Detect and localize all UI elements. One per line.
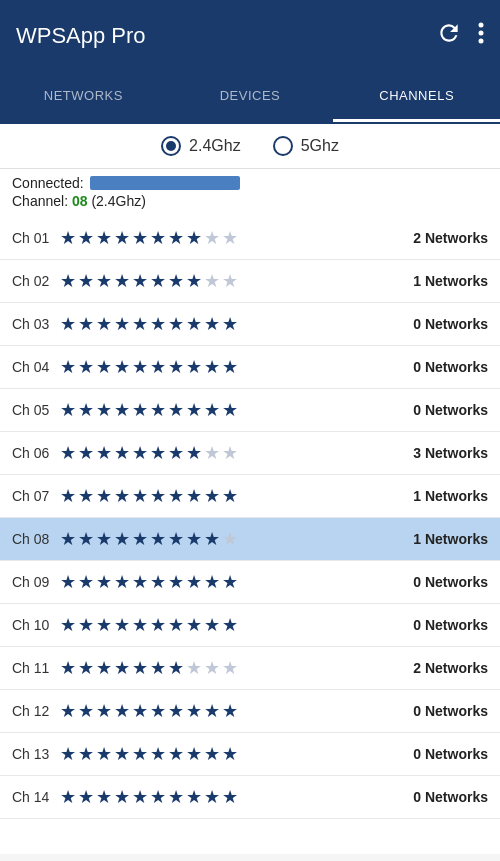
channel-label-ch10: Ch 10 [12, 617, 60, 633]
star-ch12-4: ★ [132, 700, 148, 722]
star-ch02-4: ★ [132, 270, 148, 292]
star-ch07-6: ★ [168, 485, 184, 507]
star-ch01-6: ★ [168, 227, 184, 249]
star-ch12-6: ★ [168, 700, 184, 722]
channel-row-ch05: Ch 05★★★★★★★★★★0 Networks [0, 389, 500, 432]
star-ch14-7: ★ [186, 786, 202, 808]
star-ch07-2: ★ [96, 485, 112, 507]
star-ch01-8: ★ [204, 227, 220, 249]
networks-count-ch14: 0 Networks [398, 789, 488, 805]
star-ch08-2: ★ [96, 528, 112, 550]
svg-point-0 [479, 23, 484, 28]
star-ch08-5: ★ [150, 528, 166, 550]
stars-ch03: ★★★★★★★★★★ [60, 313, 398, 335]
app-title: WPSApp Pro [16, 23, 146, 49]
star-ch08-1: ★ [78, 528, 94, 550]
channel-row-ch02: Ch 02★★★★★★★★★★1 Networks [0, 260, 500, 303]
star-ch11-8: ★ [204, 657, 220, 679]
channel-row-ch11: Ch 11★★★★★★★★★★2 Networks [0, 647, 500, 690]
star-ch03-9: ★ [222, 313, 238, 335]
star-ch02-2: ★ [96, 270, 112, 292]
star-ch01-2: ★ [96, 227, 112, 249]
star-ch06-6: ★ [168, 442, 184, 464]
star-ch06-2: ★ [96, 442, 112, 464]
star-ch11-4: ★ [132, 657, 148, 679]
star-ch13-6: ★ [168, 743, 184, 765]
star-ch14-0: ★ [60, 786, 76, 808]
star-ch14-9: ★ [222, 786, 238, 808]
channel-label-ch01: Ch 01 [12, 230, 60, 246]
star-ch09-4: ★ [132, 571, 148, 593]
tab-networks[interactable]: NETWORKS [0, 72, 167, 122]
star-ch02-8: ★ [204, 270, 220, 292]
stars-ch11: ★★★★★★★★★★ [60, 657, 398, 679]
star-ch12-8: ★ [204, 700, 220, 722]
networks-count-ch07: 1 Networks [398, 488, 488, 504]
channel-label-ch11: Ch 11 [12, 660, 60, 676]
channel-row-ch13: Ch 13★★★★★★★★★★0 Networks [0, 733, 500, 776]
star-ch14-1: ★ [78, 786, 94, 808]
networks-count-ch02: 1 Networks [398, 273, 488, 289]
star-ch13-5: ★ [150, 743, 166, 765]
channel-label-ch05: Ch 05 [12, 402, 60, 418]
star-ch05-8: ★ [204, 399, 220, 421]
star-ch03-5: ★ [150, 313, 166, 335]
star-ch02-5: ★ [150, 270, 166, 292]
star-ch11-6: ★ [168, 657, 184, 679]
radio-5ghz[interactable] [273, 136, 293, 156]
star-ch10-7: ★ [186, 614, 202, 636]
star-ch13-3: ★ [114, 743, 130, 765]
star-ch03-2: ★ [96, 313, 112, 335]
star-ch06-0: ★ [60, 442, 76, 464]
star-ch09-7: ★ [186, 571, 202, 593]
networks-count-ch10: 0 Networks [398, 617, 488, 633]
star-ch07-4: ★ [132, 485, 148, 507]
star-ch02-1: ★ [78, 270, 94, 292]
channel-label-ch04: Ch 04 [12, 359, 60, 375]
tab-channels[interactable]: CHANNELS [333, 72, 500, 122]
header: WPSApp Pro [0, 0, 500, 72]
star-ch04-4: ★ [132, 356, 148, 378]
star-ch01-5: ★ [150, 227, 166, 249]
refresh-icon[interactable] [436, 20, 462, 52]
star-ch04-1: ★ [78, 356, 94, 378]
networks-count-ch12: 0 Networks [398, 703, 488, 719]
header-actions [436, 20, 484, 52]
channel-row-ch01: Ch 01★★★★★★★★★★2 Networks [0, 217, 500, 260]
star-ch03-8: ★ [204, 313, 220, 335]
frequency-selector: 2.4Ghz 5Ghz [0, 124, 500, 169]
freq-5ghz[interactable]: 5Ghz [273, 136, 339, 156]
star-ch13-8: ★ [204, 743, 220, 765]
svg-point-1 [479, 31, 484, 36]
radio-2ghz[interactable] [161, 136, 181, 156]
star-ch11-2: ★ [96, 657, 112, 679]
more-options-icon[interactable] [478, 20, 484, 52]
star-ch10-0: ★ [60, 614, 76, 636]
star-ch02-6: ★ [168, 270, 184, 292]
star-ch08-0: ★ [60, 528, 76, 550]
channel-row-ch06: Ch 06★★★★★★★★★★3 Networks [0, 432, 500, 475]
star-ch10-8: ★ [204, 614, 220, 636]
channel-row-ch09: Ch 09★★★★★★★★★★0 Networks [0, 561, 500, 604]
networks-count-ch04: 0 Networks [398, 359, 488, 375]
stars-ch12: ★★★★★★★★★★ [60, 700, 398, 722]
channel-list: Ch 01★★★★★★★★★★2 NetworksCh 02★★★★★★★★★★… [0, 217, 500, 854]
star-ch12-7: ★ [186, 700, 202, 722]
freq-2ghz[interactable]: 2.4Ghz [161, 136, 241, 156]
stars-ch06: ★★★★★★★★★★ [60, 442, 398, 464]
star-ch04-6: ★ [168, 356, 184, 378]
svg-point-2 [479, 39, 484, 44]
star-ch12-0: ★ [60, 700, 76, 722]
star-ch06-3: ★ [114, 442, 130, 464]
star-ch08-8: ★ [204, 528, 220, 550]
channel-row-ch04: Ch 04★★★★★★★★★★0 Networks [0, 346, 500, 389]
channel-row-ch12: Ch 12★★★★★★★★★★0 Networks [0, 690, 500, 733]
star-ch07-0: ★ [60, 485, 76, 507]
networks-count-ch06: 3 Networks [398, 445, 488, 461]
star-ch13-2: ★ [96, 743, 112, 765]
star-ch07-5: ★ [150, 485, 166, 507]
tab-devices[interactable]: DEVICES [167, 72, 334, 122]
stars-ch04: ★★★★★★★★★★ [60, 356, 398, 378]
stars-ch07: ★★★★★★★★★★ [60, 485, 398, 507]
star-ch14-3: ★ [114, 786, 130, 808]
